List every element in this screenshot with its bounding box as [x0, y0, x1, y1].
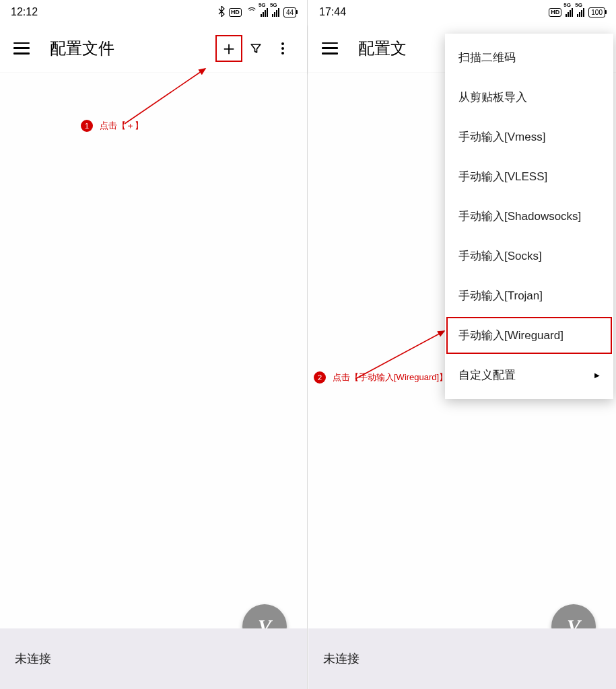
- menu-item-shadowsocks[interactable]: 手动输入[Shadowsocks]: [445, 196, 613, 236]
- page-title: 配置文件: [50, 38, 215, 59]
- menu-item-clipboard[interactable]: 从剪贴板导入: [445, 77, 613, 117]
- battery-icon: 100: [588, 7, 605, 17]
- status-icons: HD 5G 5G 100: [549, 7, 605, 17]
- status-bar-bottom: 未连接: [0, 628, 307, 689]
- menu-item-custom[interactable]: 自定义配置: [445, 355, 613, 395]
- signal-icon-2: 5G: [272, 7, 279, 17]
- signal-icon-1: 5G: [261, 7, 268, 17]
- menu-icon[interactable]: [13, 42, 30, 55]
- svg-line-0: [125, 69, 205, 124]
- annotation-badge: 2: [314, 371, 326, 384]
- app-bar: 配置文件 ＋: [0, 24, 307, 73]
- status-time: 17:44: [319, 6, 346, 18]
- plus-icon: ＋: [219, 39, 238, 58]
- menu-item-socks[interactable]: 手动输入[Socks]: [445, 236, 613, 276]
- content-area: 1 点击【＋】: [0, 73, 307, 628]
- menu-icon[interactable]: [322, 42, 338, 55]
- battery-icon: 44: [283, 7, 296, 17]
- more-button[interactable]: [269, 35, 296, 62]
- annotation-text: 点击【＋】: [100, 120, 143, 132]
- add-profile-menu: 扫描二维码 从剪贴板导入 手动输入[Vmess] 手动输入[VLESS] 手动输…: [445, 34, 613, 399]
- connection-status: 未连接: [323, 651, 360, 667]
- phone-screen-left: 12:12 HD 5G 5G 44 配置文件 ＋: [0, 0, 308, 689]
- annotation-text: 点击【手动输入[Wireguard]】: [333, 371, 448, 384]
- add-button[interactable]: ＋: [215, 35, 242, 62]
- annotation-1: 1 点击【＋】: [81, 120, 143, 132]
- hd-icon: HD: [229, 8, 242, 17]
- status-bar: 12:12 HD 5G 5G 44: [0, 0, 307, 24]
- status-bar: 17:44 HD 5G 5G 100: [308, 0, 616, 24]
- signal-icon-2: 5G: [577, 7, 584, 17]
- signal-icon-1: 5G: [566, 7, 573, 17]
- menu-item-vless[interactable]: 手动输入[VLESS]: [445, 157, 613, 196]
- bluetooth-icon: [218, 6, 225, 19]
- menu-item-trojan[interactable]: 手动输入[Trojan]: [445, 276, 613, 316]
- wifi-icon: [246, 8, 256, 16]
- menu-item-scan-qr[interactable]: 扫描二维码: [445, 38, 613, 77]
- annotation-2: 2 点击【手动输入[Wireguard]】: [314, 371, 448, 384]
- menu-item-wireguard[interactable]: 手动输入[Wireguard]: [445, 316, 613, 355]
- funnel-icon: [250, 42, 262, 55]
- menu-item-vmess[interactable]: 手动输入[Vmess]: [445, 117, 613, 157]
- status-bar-bottom: 未连接: [308, 628, 616, 689]
- hd-icon: HD: [549, 8, 561, 17]
- status-icons: HD 5G 5G 44: [218, 6, 296, 19]
- status-time: 12:12: [11, 6, 38, 18]
- phone-screen-right: 17:44 HD 5G 5G 100 配置文 扫描二维码 从剪贴板导入 手动输入…: [308, 0, 616, 689]
- kebab-icon: [281, 42, 284, 55]
- annotation-badge: 1: [81, 120, 93, 132]
- filter-button[interactable]: [242, 35, 269, 62]
- connection-status: 未连接: [15, 651, 51, 667]
